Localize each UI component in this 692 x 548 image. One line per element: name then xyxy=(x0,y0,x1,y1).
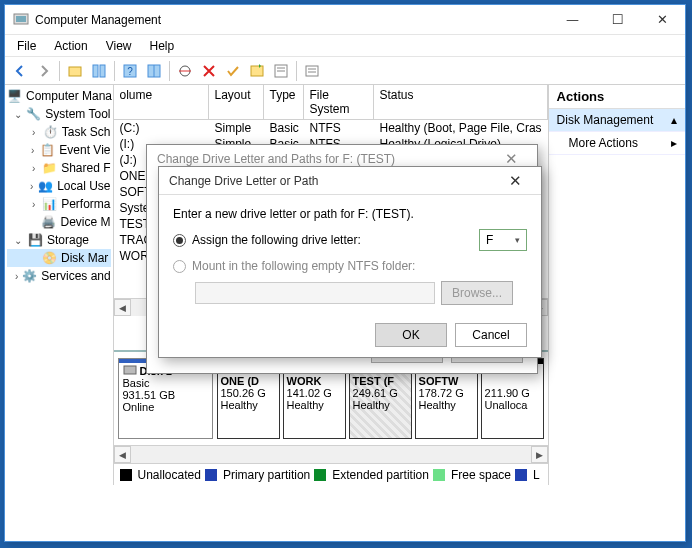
collapse-icon: ▴ xyxy=(671,113,677,127)
menu-action[interactable]: Action xyxy=(46,37,95,55)
tree-system-tools[interactable]: ⌄🔧System Tool xyxy=(7,105,111,123)
tree-services[interactable]: ›⚙️Services and xyxy=(7,267,111,285)
forward-button[interactable] xyxy=(33,60,55,82)
dialog2-prompt: Enter a new drive letter or path for F: … xyxy=(173,207,527,221)
actions-header: Actions xyxy=(549,85,685,109)
scroll-right-icon[interactable]: ▶ xyxy=(531,446,548,463)
disk-size: 931.51 GB xyxy=(123,389,176,401)
menu-file[interactable]: File xyxy=(9,37,44,55)
titlebar[interactable]: Computer Management — ☐ ✕ xyxy=(5,5,685,35)
close-button[interactable]: ✕ xyxy=(640,5,685,34)
disk-status: Online xyxy=(123,401,155,413)
tree-storage[interactable]: ⌄💾Storage xyxy=(7,231,111,249)
drive-letter-select[interactable]: F ▾ xyxy=(479,229,527,251)
view-button[interactable] xyxy=(88,60,110,82)
dialog2-titlebar[interactable]: Change Drive Letter or Path ✕ xyxy=(159,167,541,195)
settings-icon[interactable] xyxy=(174,60,196,82)
disk-type: Basic xyxy=(123,377,150,389)
new-icon[interactable] xyxy=(246,60,268,82)
menu-view[interactable]: View xyxy=(98,37,140,55)
svg-rect-3 xyxy=(93,65,98,77)
delete-icon[interactable] xyxy=(198,60,220,82)
up-button[interactable] xyxy=(64,60,86,82)
tree-pane: 🖥️Computer Mana ⌄🔧System Tool ›⏱️Task Sc… xyxy=(5,85,114,485)
volume-row[interactable]: (C:)SimpleBasicNTFSHealthy (Boot, Page F… xyxy=(114,120,548,136)
disk-h-scrollbar[interactable]: ◀ ▶ xyxy=(114,445,548,463)
svg-rect-11 xyxy=(251,66,263,76)
col-filesystem[interactable]: File System xyxy=(304,85,374,119)
dialog2-ok-button[interactable]: OK xyxy=(375,323,447,347)
swatch-free xyxy=(433,469,445,481)
dialog-change-letter: Change Drive Letter or Path ✕ Enter a ne… xyxy=(158,166,542,358)
svg-rect-15 xyxy=(306,66,318,76)
check-icon[interactable] xyxy=(222,60,244,82)
svg-text:?: ? xyxy=(127,66,133,77)
window-title: Computer Management xyxy=(35,13,550,27)
swatch-logical xyxy=(515,469,527,481)
tree-shared-folders[interactable]: ›📁Shared F xyxy=(7,159,111,177)
properties-icon[interactable] xyxy=(270,60,292,82)
svg-rect-2 xyxy=(69,67,81,76)
dialog2-title: Change Drive Letter or Path xyxy=(169,174,318,188)
tree-local-users[interactable]: ›👥Local Use xyxy=(7,177,111,195)
col-type[interactable]: Type xyxy=(264,85,304,119)
back-button[interactable] xyxy=(9,60,31,82)
chevron-down-icon: ▾ xyxy=(515,235,520,245)
mount-path-input xyxy=(195,282,435,304)
radio-on-icon xyxy=(173,234,186,247)
swatch-primary xyxy=(205,469,217,481)
list-icon[interactable] xyxy=(301,60,323,82)
maximize-button[interactable]: ☐ xyxy=(595,5,640,34)
radio-mount-folder[interactable]: Mount in the following empty NTFS folder… xyxy=(173,259,527,273)
tree-task-scheduler[interactable]: ›⏱️Task Sch xyxy=(7,123,111,141)
radio-off-icon xyxy=(173,260,186,273)
col-layout[interactable]: Layout xyxy=(209,85,264,119)
tree-device-manager[interactable]: 🖨️Device M xyxy=(7,213,111,231)
tree-performance[interactable]: ›📊Performa xyxy=(7,195,111,213)
swatch-unallocated xyxy=(120,469,132,481)
dialog2-close-icon[interactable]: ✕ xyxy=(499,172,531,190)
actions-disk-management[interactable]: Disk Management▴ xyxy=(549,109,685,132)
dialog1-title: Change Drive Letter and Paths for F: (TE… xyxy=(157,152,395,166)
swatch-extended xyxy=(314,469,326,481)
disk-icon xyxy=(123,363,137,377)
browse-button: Browse... xyxy=(441,281,513,305)
tree-event-viewer[interactable]: ›📋Event Vie xyxy=(7,141,111,159)
actions-more[interactable]: More Actions▸ xyxy=(549,132,685,155)
col-status[interactable]: Status xyxy=(374,85,548,119)
help-button[interactable]: ? xyxy=(119,60,141,82)
app-icon xyxy=(13,12,29,28)
menu-help[interactable]: Help xyxy=(142,37,183,55)
tree-disk-management[interactable]: 📀Disk Mar xyxy=(7,249,111,267)
minimize-button[interactable]: — xyxy=(550,5,595,34)
col-volume[interactable]: olume xyxy=(114,85,209,119)
svg-rect-18 xyxy=(124,366,136,374)
chevron-right-icon: ▸ xyxy=(671,136,677,150)
scroll-left-icon[interactable]: ◀ xyxy=(114,446,131,463)
svg-rect-4 xyxy=(100,65,105,77)
columns-button[interactable] xyxy=(143,60,165,82)
radio-assign-letter[interactable]: Assign the following drive letter: F ▾ xyxy=(173,229,527,251)
volume-header: olume Layout Type File System Status xyxy=(114,85,548,120)
legend: Unallocated Primary partition Extended p… xyxy=(114,463,548,485)
svg-rect-1 xyxy=(16,16,26,22)
actions-pane: Actions Disk Management▴ More Actions▸ xyxy=(549,85,685,485)
scroll-left-icon[interactable]: ◀ xyxy=(114,299,131,316)
menubar: File Action View Help xyxy=(5,35,685,57)
dialog2-cancel-button[interactable]: Cancel xyxy=(455,323,527,347)
tree-root[interactable]: 🖥️Computer Mana xyxy=(7,87,111,105)
toolbar: ? xyxy=(5,57,685,85)
